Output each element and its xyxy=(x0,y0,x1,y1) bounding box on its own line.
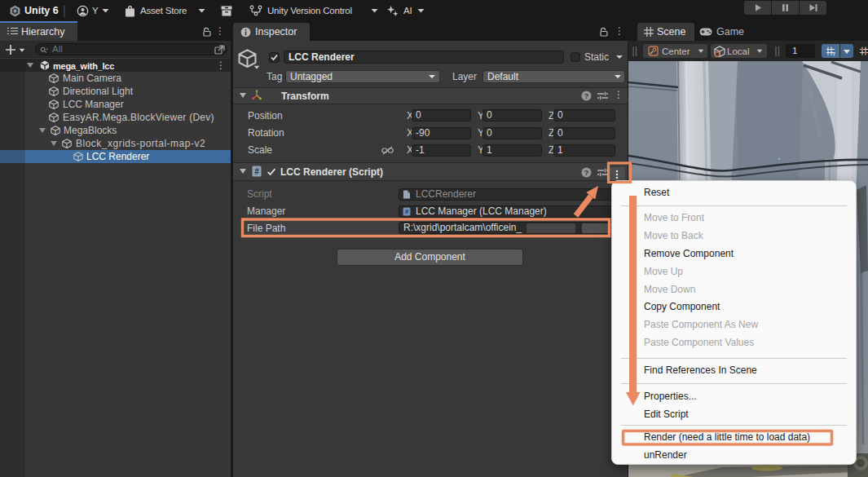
svg-text:#: # xyxy=(254,167,259,176)
svg-text:?: ? xyxy=(584,169,589,177)
svg-text:Y: Y xyxy=(832,51,836,57)
svg-text:?: ? xyxy=(584,92,589,100)
